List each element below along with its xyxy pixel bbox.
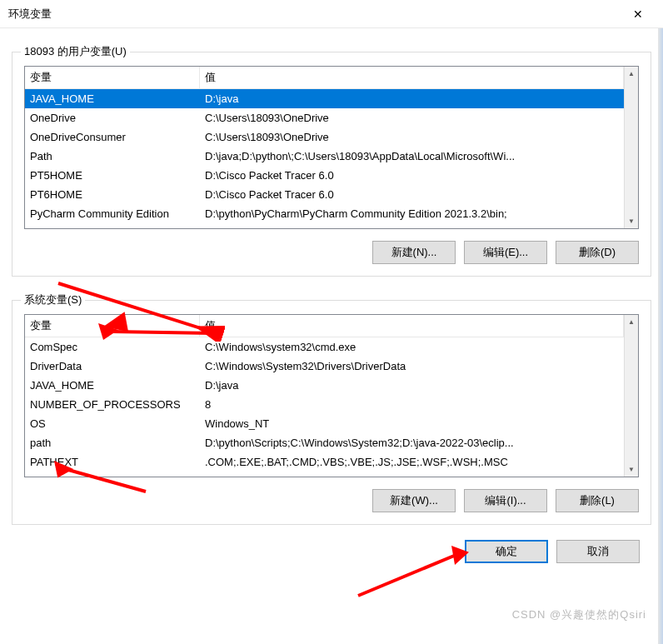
column-variable[interactable]: 变量 bbox=[25, 315, 200, 337]
cell-value: C:\Users\18093\OneDrive bbox=[200, 129, 624, 145]
cell-variable: PT5HOME bbox=[25, 167, 200, 183]
table-row[interactable]: OneDriveConsumerC:\Users\18093\OneDrive bbox=[25, 127, 624, 147]
delete-system-var-button[interactable]: 删除(L) bbox=[556, 489, 639, 512]
system-group-label: 系统变量(S) bbox=[21, 292, 85, 307]
table-row[interactable]: ComSpecC:\Windows\system32\cmd.exe bbox=[25, 337, 624, 357]
table-header: 变量 值 bbox=[25, 67, 624, 89]
table-row[interactable]: PathD:\java;D:\python\;C:\Users\18093\Ap… bbox=[25, 147, 624, 166]
cell-variable: PT6HOME bbox=[25, 187, 200, 202]
cell-variable: Path bbox=[25, 148, 200, 164]
table-row[interactable]: pathD:\python\Scripts;C:\Windows\System3… bbox=[25, 433, 624, 452]
dialog-footer: 确定 取消 bbox=[0, 525, 663, 572]
window-title: 环境变量 bbox=[8, 7, 621, 22]
system-buttons: 新建(W)... 编辑(I)... 删除(L) bbox=[24, 489, 639, 512]
scrollbar[interactable]: ▲ ▼ bbox=[624, 315, 638, 477]
table-row[interactable]: OSWindows_NT bbox=[25, 414, 624, 433]
cell-value: D:\python\PyCharm\PyCharm Community Edit… bbox=[200, 206, 624, 222]
cell-value: D:\Cisco Packet Tracer 6.0 bbox=[200, 167, 624, 183]
cell-variable: path bbox=[25, 435, 200, 451]
user-variables-table[interactable]: 变量 值 JAVA_HOMED:\javaOneDriveC:\Users\18… bbox=[24, 66, 639, 229]
scrollbar[interactable]: ▲ ▼ bbox=[624, 67, 638, 228]
user-buttons: 新建(N)... 编辑(E)... 删除(D) bbox=[24, 241, 639, 264]
cell-value: AMD64 bbox=[200, 473, 624, 477]
cell-value: D:\java bbox=[200, 377, 624, 393]
watermark: CSDN @兴趣使然的Qsiri bbox=[512, 607, 646, 622]
table-row[interactable]: PyCharm Community EditionD:\python\PyCha… bbox=[25, 204, 624, 223]
cell-value: D:\java;D:\python\;C:\Users\18093\AppDat… bbox=[200, 148, 624, 164]
cell-variable: OS bbox=[25, 416, 200, 432]
cell-variable: PATHEXT bbox=[25, 454, 200, 470]
table-row[interactable]: PT5HOMED:\Cisco Packet Tracer 6.0 bbox=[25, 166, 624, 185]
user-variables-group: 18093 的用户变量(U) 变量 值 JAVA_HOMED:\javaOneD… bbox=[12, 52, 651, 277]
system-variables-table[interactable]: 变量 值 ComSpecC:\Windows\system32\cmd.exeD… bbox=[24, 314, 639, 477]
cell-value: D:\java bbox=[200, 91, 624, 107]
scroll-down-icon[interactable]: ▼ bbox=[625, 214, 638, 228]
scroll-up-icon[interactable]: ▲ bbox=[625, 67, 638, 81]
table-row[interactable]: PATHEXT.COM;.EXE;.BAT;.CMD;.VBS;.VBE;.JS… bbox=[25, 452, 624, 472]
cell-value: D:\python\Scripts;C:\Windows\System32;D:… bbox=[200, 435, 624, 451]
cell-variable: PyCharm Community Edition bbox=[25, 206, 200, 222]
cell-value: C:\Users\18093\OneDrive bbox=[200, 110, 624, 126]
cancel-button[interactable]: 取消 bbox=[556, 540, 640, 563]
table-header: 变量 值 bbox=[25, 315, 624, 337]
cell-variable: ComSpec bbox=[25, 339, 200, 355]
new-system-var-button[interactable]: 新建(W)... bbox=[372, 489, 456, 512]
window-edge bbox=[658, 28, 663, 644]
table-row[interactable]: JAVA_HOMED:\java bbox=[25, 376, 624, 395]
cell-value: 8 bbox=[200, 397, 624, 412]
column-value[interactable]: 值 bbox=[200, 67, 624, 88]
cell-variable: NUMBER_OF_PROCESSORS bbox=[25, 397, 200, 412]
cell-variable: JAVA_HOME bbox=[25, 91, 200, 107]
table-row[interactable]: TEMPC:\Users\18093\AppData\Local\Temp bbox=[25, 223, 624, 228]
system-variables-group: 系统变量(S) 变量 值 ComSpecC:\Windows\system32\… bbox=[12, 300, 651, 525]
cell-variable: JAVA_HOME bbox=[25, 377, 200, 393]
new-user-var-button[interactable]: 新建(N)... bbox=[372, 241, 456, 264]
edit-user-var-button[interactable]: 编辑(E)... bbox=[464, 241, 547, 264]
ok-button[interactable]: 确定 bbox=[465, 540, 548, 563]
column-variable[interactable]: 变量 bbox=[25, 67, 200, 88]
cell-variable: OneDriveConsumer bbox=[25, 129, 200, 145]
scroll-up-icon[interactable]: ▲ bbox=[625, 315, 638, 329]
table-row[interactable]: PROCESSOR_ARCHITECTUREAMD64 bbox=[25, 472, 624, 477]
cell-value: D:\Cisco Packet Tracer 6.0 bbox=[200, 187, 624, 202]
table-row[interactable]: NUMBER_OF_PROCESSORS8 bbox=[25, 395, 624, 414]
table-row[interactable]: PT6HOMED:\Cisco Packet Tracer 6.0 bbox=[25, 185, 624, 204]
scroll-down-icon[interactable]: ▼ bbox=[625, 462, 638, 477]
cell-value: Windows_NT bbox=[200, 416, 624, 432]
cell-variable: DriverData bbox=[25, 358, 200, 374]
table-row[interactable]: JAVA_HOMED:\java bbox=[25, 89, 624, 108]
cell-value: C:\Windows\system32\cmd.exe bbox=[200, 339, 624, 355]
cell-value: .COM;.EXE;.BAT;.CMD;.VBS;.VBE;.JS;.JSE;.… bbox=[200, 454, 624, 470]
titlebar: 环境变量 ✕ bbox=[0, 0, 663, 28]
user-group-label: 18093 的用户变量(U) bbox=[21, 44, 130, 59]
column-value[interactable]: 值 bbox=[200, 315, 624, 337]
close-icon[interactable]: ✕ bbox=[621, 0, 655, 28]
edit-system-var-button[interactable]: 编辑(I)... bbox=[464, 489, 547, 512]
delete-user-var-button[interactable]: 删除(D) bbox=[556, 241, 639, 264]
cell-variable: TEMP bbox=[25, 225, 200, 228]
cell-value: C:\Windows\System32\Drivers\DriverData bbox=[200, 358, 624, 374]
table-row[interactable]: DriverDataC:\Windows\System32\Drivers\Dr… bbox=[25, 357, 624, 376]
table-row[interactable]: OneDriveC:\Users\18093\OneDrive bbox=[25, 108, 624, 127]
cell-variable: PROCESSOR_ARCHITECTURE bbox=[25, 473, 200, 477]
cell-variable: OneDrive bbox=[25, 110, 200, 126]
cell-value: C:\Users\18093\AppData\Local\Temp bbox=[200, 225, 624, 228]
